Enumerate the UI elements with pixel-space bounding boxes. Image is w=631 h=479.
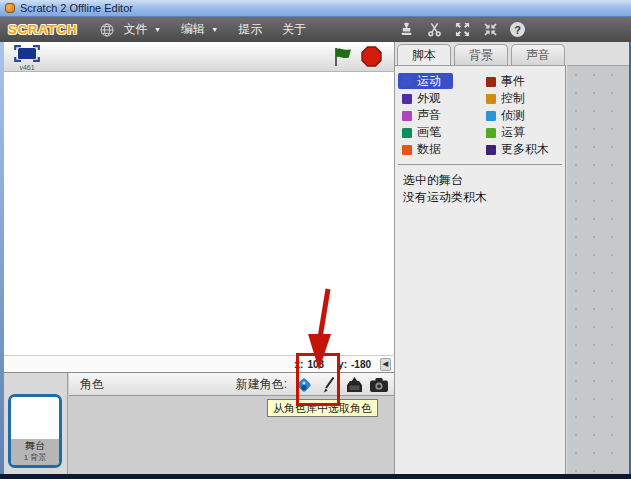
stage-thumbnail[interactable]: 舞台 1 背景 [8, 394, 62, 468]
category-pen[interactable]: 画笔 [402, 124, 486, 141]
scratch-logo: SCRATCH [8, 22, 78, 37]
menu-bar: SCRATCH 文件 ▼ 编辑 ▼ 提示 关于 [0, 17, 631, 42]
chevron-down-icon: ▼ [211, 26, 218, 33]
menu-item-edit[interactable]: 编辑 ▼ [171, 18, 228, 41]
category-color-swatch [486, 128, 496, 138]
delete-scissors-icon[interactable] [426, 21, 443, 38]
category-events[interactable]: 事件 [486, 73, 569, 90]
chevron-down-icon: ▼ [154, 26, 161, 33]
category-sound[interactable]: 声音 [402, 107, 486, 124]
grow-sprite-icon[interactable] [454, 21, 471, 38]
version-label: v461 [14, 64, 40, 71]
category-color-swatch [402, 76, 412, 86]
right-panel: 脚本 背景 声音 运动 事件 外观 控制 [395, 42, 629, 474]
upload-sprite-icon[interactable] [344, 375, 364, 395]
menu-item-tips[interactable]: 提示 [228, 18, 272, 41]
category-looks[interactable]: 外观 [402, 90, 486, 107]
category-color-swatch [402, 145, 412, 155]
tab-scripts[interactable]: 脚本 [397, 44, 451, 65]
duplicate-stamp-icon[interactable] [398, 21, 415, 38]
selected-target-text: 选中的舞台 [403, 172, 557, 189]
category-motion[interactable]: 运动 [398, 73, 453, 89]
no-blocks-text: 没有运动类积木 [403, 189, 557, 206]
menu-item-file[interactable]: 文件 ▼ [114, 18, 171, 41]
category-data[interactable]: 数据 [402, 141, 486, 158]
palette-status: 选中的舞台 没有运动类积木 [395, 165, 565, 213]
title-bar[interactable]: Scratch 2 Offline Editor [0, 0, 631, 17]
category-color-swatch [486, 77, 496, 87]
green-flag-icon[interactable] [332, 46, 354, 72]
category-sensing[interactable]: 侦测 [486, 107, 569, 124]
category-color-swatch [486, 145, 496, 155]
tab-strip: 脚本 背景 声音 [397, 44, 565, 65]
block-palette: 运动 事件 外观 控制 声音 [395, 65, 566, 474]
language-globe-icon[interactable] [100, 23, 114, 37]
menu-item-about[interactable]: 关于 [272, 18, 316, 41]
category-color-swatch [486, 94, 496, 104]
app-icon [5, 3, 15, 13]
scripts-workspace[interactable] [567, 65, 629, 474]
window-border-bottom [0, 474, 631, 479]
category-color-swatch [402, 94, 412, 104]
category-more-blocks[interactable]: 更多积木 [486, 141, 569, 158]
category-operators[interactable]: 运算 [486, 124, 569, 141]
stage-column: 舞台 1 背景 [4, 373, 68, 475]
category-color-swatch [486, 111, 496, 121]
sprite-list-header: 角色 新建角色: [69, 373, 394, 396]
scratch-editor-window: Scratch 2 Offline Editor SCRATCH 文件 ▼ 编辑… [0, 0, 631, 479]
tab-sounds[interactable]: 声音 [511, 44, 565, 65]
shrink-sprite-icon[interactable] [482, 21, 499, 38]
category-color-swatch [402, 111, 412, 121]
toolbar: ? [398, 21, 525, 38]
stop-sign-icon[interactable] [361, 46, 382, 71]
annotation-arrow-icon [302, 286, 338, 376]
help-icon[interactable]: ? [510, 22, 525, 37]
stage-thumbnail-image [11, 397, 59, 439]
category-grid: 运动 事件 外观 控制 声音 [395, 66, 565, 158]
stage-thumbnail-title: 舞台 [25, 440, 45, 451]
category-color-swatch [402, 128, 412, 138]
category-control[interactable]: 控制 [486, 90, 569, 107]
stage-thumbnail-subtitle: 1 背景 [11, 452, 59, 464]
camera-sprite-icon[interactable] [369, 375, 389, 395]
stage-header: v461 [4, 42, 395, 72]
presentation-mode-wrap: v461 [14, 45, 40, 71]
new-sprite-label: 新建角色: [236, 376, 287, 393]
mouse-y-value: -180 [351, 359, 371, 370]
window-title: Scratch 2 Offline Editor [20, 2, 133, 14]
sprite-header-title: 角色 [80, 376, 104, 393]
presentation-mode-icon[interactable] [14, 48, 40, 65]
tab-backdrops[interactable]: 背景 [454, 44, 508, 65]
collapse-stage-toggle[interactable]: ◀ [380, 358, 391, 371]
window-border-left [0, 42, 4, 474]
